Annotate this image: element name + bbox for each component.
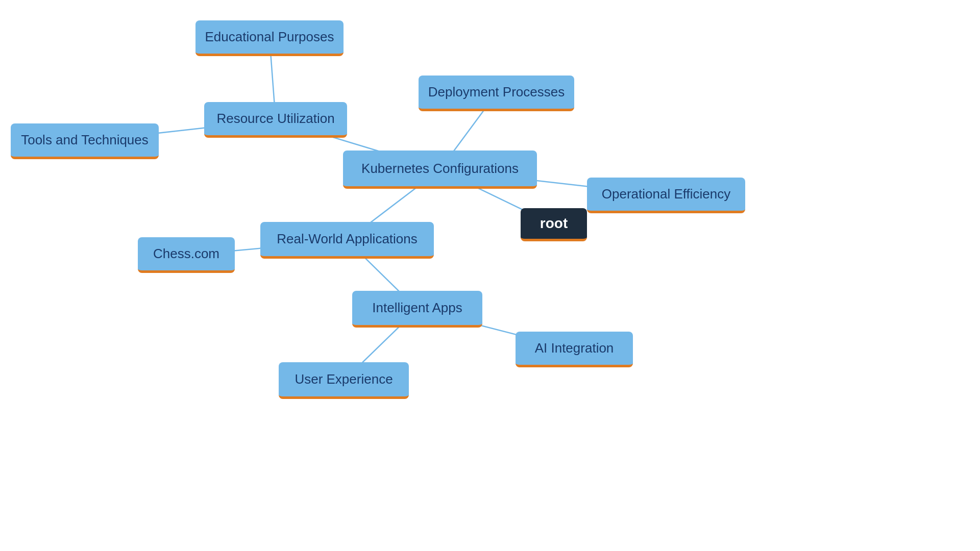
node-tools_and_techniques[interactable]: Tools and Techniques: [11, 123, 159, 159]
node-real_world_applications[interactable]: Real-World Applications: [260, 222, 434, 259]
node-root[interactable]: root: [521, 208, 587, 241]
node-operational_efficiency[interactable]: Operational Efficiency: [587, 178, 745, 213]
node-resource_utilization[interactable]: Resource Utilization: [204, 102, 347, 138]
node-chess_com[interactable]: Chess.com: [138, 237, 235, 273]
node-educational_purposes[interactable]: Educational Purposes: [195, 20, 344, 56]
node-deployment_processes[interactable]: Deployment Processes: [419, 76, 574, 111]
node-kubernetes_configurations[interactable]: Kubernetes Configurations: [343, 151, 537, 189]
node-user_experience[interactable]: User Experience: [279, 362, 409, 399]
node-ai_integration[interactable]: AI Integration: [516, 332, 633, 367]
node-intelligent_apps[interactable]: Intelligent Apps: [352, 291, 482, 328]
